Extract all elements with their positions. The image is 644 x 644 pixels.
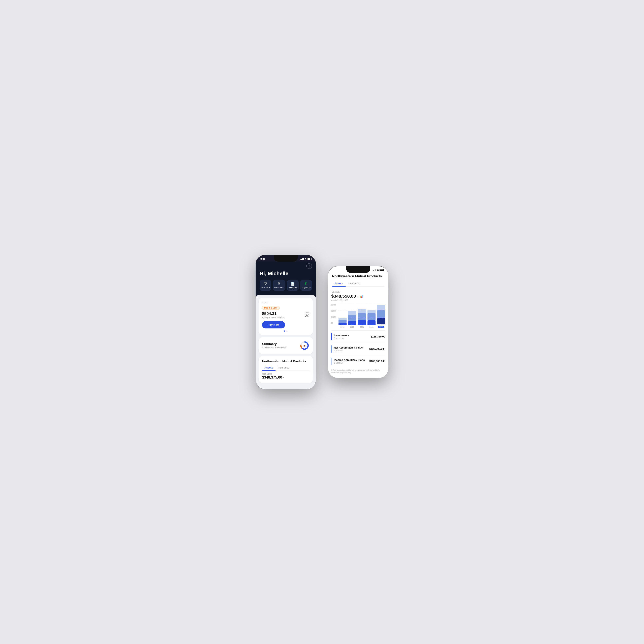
as-of-date: As of Oct 19, 2023	[331, 299, 385, 301]
phone1-body: 1 of 2 Due in 5 Days $504.31 Billing Acc…	[256, 295, 316, 389]
bar-stack-2019	[339, 318, 347, 325]
nm-title-2: Northwestern Mutual Products	[332, 274, 384, 278]
asset-row-nav[interactable]: Net Accumulated Value 2 Policies $123,20…	[331, 343, 385, 355]
bar-seg-dark-2022	[367, 320, 376, 325]
notch-2	[346, 266, 370, 273]
nm-products-preview: Northwestern Mutual Products Assets Insu…	[259, 356, 313, 383]
scene: 9:41 ⊜ ⚬ Hi, Michelle	[244, 239, 400, 405]
bar-stack-2022	[367, 310, 376, 325]
asset-sub-annuities: 1 Contract	[334, 362, 369, 364]
bar-label-2021: 2021	[360, 326, 364, 328]
asset-bar-annuities	[331, 358, 332, 365]
asset-value-nav: $123,200.00	[369, 347, 384, 350]
investments-icon: 🏛	[278, 282, 281, 286]
bill-row: $504.31 Billing Account ***3214 JUN 30	[262, 311, 310, 319]
bar-seg-light-2021	[358, 309, 366, 313]
chart-bars: 2019 2020	[339, 304, 385, 328]
notch-1	[274, 255, 298, 262]
bar-label-2020: 2020	[350, 326, 354, 328]
asset-bar-nav	[331, 345, 332, 353]
profile-icon-wrap: ⚬	[260, 263, 312, 269]
insurance-icon: 🛡	[264, 282, 267, 286]
status-icons-1: ⊜	[300, 258, 311, 260]
y-label-0: $0	[331, 322, 336, 324]
bar-label-2019: 2019	[341, 326, 345, 328]
payments-icon: 💲	[304, 282, 308, 286]
bar-stack-2021	[358, 309, 366, 325]
bar-seg-dark-2023	[377, 318, 385, 324]
total-value-number-1: $348,375.00	[262, 375, 282, 380]
tab-assets-1[interactable]: Assets	[262, 365, 276, 371]
asset-row-investments[interactable]: Investments 3 Accounts $125,350.00	[331, 330, 385, 343]
y-label-125: $125k	[331, 316, 336, 318]
asset-sub-investments: 3 Accounts	[334, 337, 371, 340]
battery-icon	[307, 258, 311, 260]
documents-label: Documents	[288, 287, 298, 289]
y-label-375: $375k	[331, 304, 336, 306]
pagination-dots	[262, 330, 310, 332]
bar-label-2022: 2022	[369, 326, 374, 328]
asset-name-nav: Net Accumulated Value	[334, 346, 369, 349]
bar-seg-mid-2019	[339, 320, 347, 323]
total-value-amount-2: $348,550.00 1 📊	[331, 294, 385, 299]
summary-card[interactable]: Summary 9 Accounts | Active Plan 💼	[259, 337, 313, 354]
bar-2019: 2019	[339, 318, 347, 328]
tabs-row-2: Assets Insurance	[332, 281, 384, 287]
asset-sup-nav: 2	[384, 348, 385, 350]
bar-stack-2023	[377, 305, 385, 324]
tab-insurance-1[interactable]: Insurance	[276, 365, 292, 371]
asset-amount-annuities: $100,000.00 3	[369, 360, 385, 363]
asset-bar-investments	[331, 333, 332, 340]
footnote: 3 This amount cannot be withdrawn or sur…	[331, 369, 385, 374]
asset-row-annuities[interactable]: Income Annuities / Plans 1 Contract $100…	[331, 355, 385, 367]
pay-now-button[interactable]: Pay Now	[262, 321, 285, 328]
total-value-sup-1: 1	[283, 377, 284, 379]
investments-label: Investments	[274, 286, 285, 289]
payments-btn[interactable]: 💲 Payments	[300, 280, 312, 291]
total-value-number-2: $348,550.00	[331, 294, 356, 299]
bill-left: $504.31 Billing Account ***3214	[262, 311, 285, 319]
asset-sup-annuities: 3	[384, 360, 385, 362]
phone2-header: Northwestern Mutual Products Assets Insu…	[328, 273, 388, 291]
bar-seg-mid-2021	[358, 313, 366, 320]
bill-account: Billing Account ***3214	[262, 316, 285, 319]
chart-area: $375k $250k $125k $0	[331, 304, 385, 328]
investments-btn[interactable]: 🏛 Investments	[273, 280, 285, 291]
greeting: Hi, Michelle	[260, 270, 312, 277]
asset-sub-nav: 2 Policies	[334, 350, 369, 352]
tab-assets-2[interactable]: Assets	[332, 281, 346, 287]
tab-insurance-2[interactable]: Insurance	[346, 281, 362, 287]
bill-day: 30	[305, 314, 310, 318]
asset-value-investments: $125,350.00	[371, 335, 385, 338]
asset-name-investments: Investments	[334, 334, 371, 337]
bill-date: JUN 30	[305, 311, 310, 318]
report-icon[interactable]: 📊	[360, 295, 363, 298]
bill-month: JUN	[305, 311, 310, 314]
asset-info-annuities: Income Annuities / Plans 1 Contract	[334, 358, 369, 364]
documents-btn[interactable]: 📄 Documents	[287, 280, 299, 291]
bill-amount: $504.31	[262, 311, 285, 316]
dot-2	[286, 330, 288, 332]
asset-value-annuities: $100,000.00	[369, 360, 384, 363]
summary-title: Summary	[262, 342, 286, 346]
donut-chart: 💼	[299, 341, 310, 351]
summary-text: Summary 9 Accounts | Active Plan	[262, 342, 286, 349]
profile-icon[interactable]: ⚬	[306, 263, 312, 269]
pagination: 1 of 2	[262, 301, 310, 304]
insurance-btn[interactable]: 🛡 Insurance	[260, 280, 271, 291]
total-value-label-2: Total Value	[331, 291, 385, 293]
bar-seg-dark-2020	[348, 321, 356, 325]
wifi-icon-2: ⊜	[377, 269, 379, 271]
bar-2020: 2020	[348, 311, 356, 328]
asset-amount-investments: $125,350.00	[371, 335, 385, 338]
chart-y-labels: $375k $250k $125k $0	[331, 304, 336, 324]
bar-seg-light-2019	[339, 318, 347, 320]
bar-seg-light-2022	[367, 310, 376, 313]
bar-stack-2020	[348, 311, 356, 325]
asset-info-nav: Net Accumulated Value 2 Policies	[334, 346, 369, 352]
battery-icon-2	[380, 269, 384, 271]
bill-card: 1 of 2 Due in 5 Days $504.31 Billing Acc…	[259, 298, 313, 335]
asset-info-investments: Investments 3 Accounts	[334, 334, 371, 340]
phone-2: ⊜ Northwestern Mutual Products Assets In…	[328, 266, 388, 378]
bar-seg-light-2020	[348, 311, 356, 315]
